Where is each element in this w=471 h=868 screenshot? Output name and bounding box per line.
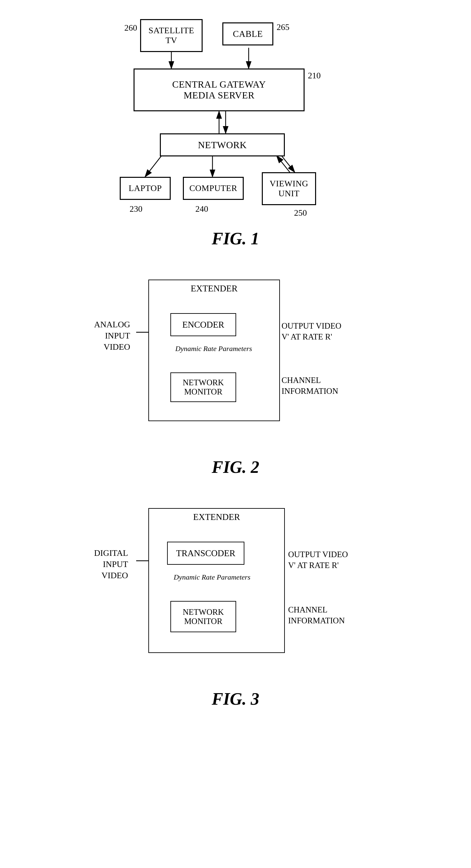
fig2-section: EXTENDER ENCODER Dynamic Rate Parameters… (20, 261, 451, 477)
extender-outer-fig2: EXTENDER ENCODER Dynamic Rate Parameters… (148, 280, 280, 421)
dynamic-rate-label-fig3: Dynamic Rate Parameters (174, 573, 250, 582)
ref-230: 230 (130, 204, 142, 214)
fig3-section: EXTENDER TRANSCODER Dynamic Rate Paramet… (20, 490, 451, 709)
fig3-label: FIG. 3 (20, 689, 451, 709)
central-gateway-box: CENTRAL GATEWAY MEDIA SERVER (134, 68, 305, 111)
ref-260: 260 (124, 23, 137, 33)
dynamic-rate-label-fig2: Dynamic Rate Parameters (175, 344, 252, 353)
computer-box: COMPUTER (183, 177, 244, 200)
digital-input-label: DIGITAL INPUT VIDEO (94, 548, 128, 581)
output-video-label-fig2: OUTPUT VIDEO V' AT RATE R' (281, 321, 341, 342)
viewing-unit-box: VIEWING UNIT (262, 172, 316, 205)
ref-250: 250 (294, 208, 307, 218)
network-box: NETWORK (160, 133, 285, 156)
encoder-box: ENCODER (170, 313, 236, 336)
transcoder-box: TRANSCODER (167, 542, 244, 565)
analog-input-label: ANALOG INPUT VIDEO (94, 319, 130, 352)
channel-info-label-fig3: CHANNEL INFORMATION (288, 604, 345, 626)
fig1-label: FIG. 1 (20, 229, 451, 248)
network-monitor-box-fig3: NETWORK MONITOR (170, 601, 236, 632)
ref-240: 240 (195, 204, 208, 214)
output-video-label-fig3: OUTPUT VIDEO V' AT RATE R' (288, 549, 348, 571)
extender-label-fig2: EXTENDER (191, 283, 237, 294)
ref-210: 210 (308, 71, 321, 81)
extender-outer-fig3: EXTENDER TRANSCODER Dynamic Rate Paramet… (148, 508, 285, 653)
laptop-box: LAPTOP (120, 177, 171, 200)
fig1-section: SATELLITE TV 260 CABLE 265 CENTRAL GATEW… (20, 13, 451, 248)
cable-box: CABLE (222, 22, 273, 45)
svg-line-6 (145, 156, 162, 177)
channel-info-label-fig2: CHANNEL INFORMATION (281, 375, 338, 397)
ref-265: 265 (277, 22, 290, 32)
fig2-label: FIG. 2 (20, 457, 451, 477)
extender-label-fig3: EXTENDER (193, 512, 240, 522)
network-monitor-box-fig2: NETWORK MONITOR (170, 372, 236, 402)
satellite-tv-box: SATELLITE TV (140, 19, 203, 52)
page-container: SATELLITE TV 260 CABLE 265 CENTRAL GATEW… (0, 0, 471, 868)
